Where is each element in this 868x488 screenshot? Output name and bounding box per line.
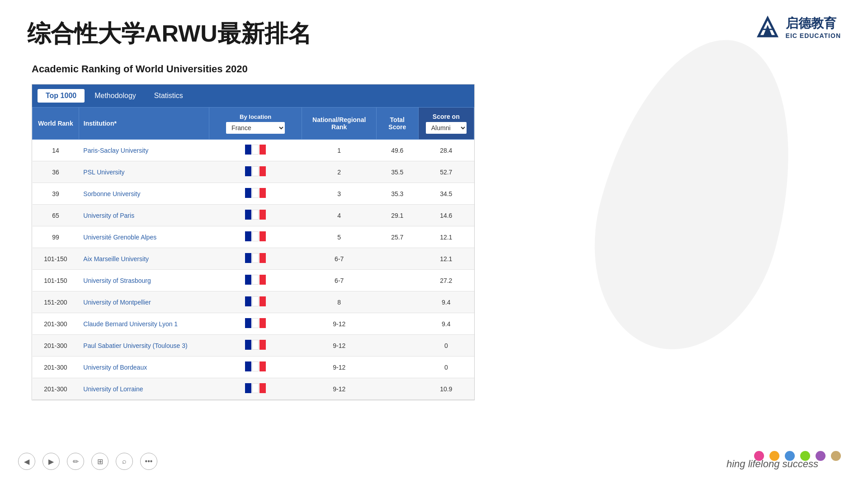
cell-rank: 201-300 — [33, 357, 79, 378]
cell-flag — [209, 291, 302, 313]
nav-back[interactable]: ◀ — [18, 453, 35, 470]
cell-score-alumni: 27.2 — [418, 270, 474, 291]
cell-national-rank: 6-7 — [302, 248, 377, 270]
france-flag — [245, 210, 266, 220]
cell-flag — [209, 357, 302, 378]
cell-flag — [209, 140, 302, 161]
subtitle: Academic Ranking of World Universities 2… — [32, 63, 841, 75]
flag-red — [259, 296, 266, 306]
cell-total-score — [377, 270, 419, 291]
table-row: 99Université Grenoble Alpes 525.712.1 — [33, 226, 474, 248]
cell-institution: Claude Bernard University Lyon 1 — [79, 313, 209, 335]
france-flag — [245, 231, 266, 241]
flag-red — [259, 231, 266, 241]
rankings-table: World Rank Institution* By location Fran… — [32, 107, 474, 400]
table-body: 14Paris-Saclay University 149.628.436PSL… — [33, 140, 474, 400]
flag-blue — [245, 340, 251, 350]
flag-blue — [245, 210, 251, 220]
cell-flag — [209, 183, 302, 205]
tab-statistics[interactable]: Statistics — [146, 89, 191, 103]
flag-blue — [245, 188, 251, 198]
location-select[interactable]: France — [226, 122, 285, 134]
nav-forward[interactable]: ▶ — [42, 453, 60, 470]
table-row: 151-200University of Montpellier 89.4 — [33, 291, 474, 313]
nav-icons: ◀ ▶ ✏ ⊞ ⌕ ••• — [18, 453, 157, 470]
cell-national-rank: 9-12 — [302, 378, 377, 400]
flag-blue — [245, 275, 251, 285]
france-flag — [245, 253, 266, 263]
table-row: 201-300University of Lorraine 9-1210.9 — [33, 378, 474, 400]
cell-score-alumni: 9.4 — [418, 291, 474, 313]
score-on-select[interactable]: Alumni — [426, 122, 467, 134]
cell-flag — [209, 205, 302, 226]
table-container: Top 1000 Methodology Statistics World Ra… — [32, 84, 475, 400]
flag-red — [259, 210, 266, 220]
cell-rank: 36 — [33, 161, 79, 183]
cell-flag — [209, 378, 302, 400]
cell-rank: 99 — [33, 226, 79, 248]
table-row: 65University of Paris 429.114.6 — [33, 205, 474, 226]
nav-more[interactable]: ••• — [140, 453, 157, 470]
cell-institution: University of Montpellier — [79, 291, 209, 313]
cell-rank: 151-200 — [33, 291, 79, 313]
table-row: 201-300Paul Sabatier University (Toulous… — [33, 335, 474, 357]
cell-institution: University of Lorraine — [79, 378, 209, 400]
cell-rank: 65 — [33, 205, 79, 226]
table-row: 101-150University of Strasbourg 6-727.2 — [33, 270, 474, 291]
flag-white — [252, 145, 259, 155]
th-national-rank: National/Regional Rank — [302, 108, 377, 140]
flag-blue — [245, 145, 251, 155]
th-location: By location France — [209, 108, 302, 140]
flag-blue — [245, 231, 251, 241]
logo-area: 启德教育 EIC EDUCATION — [754, 14, 841, 41]
cell-rank: 201-300 — [33, 335, 79, 357]
flag-white — [252, 253, 259, 263]
flag-red — [259, 166, 266, 176]
score-on-label: Score on — [433, 113, 460, 120]
table-row: 39Sorbonne University 335.334.5 — [33, 183, 474, 205]
cell-rank: 201-300 — [33, 313, 79, 335]
cell-score-alumni: 28.4 — [418, 140, 474, 161]
cell-national-rank: 2 — [302, 161, 377, 183]
cell-rank: 14 — [33, 140, 79, 161]
tab-methodology[interactable]: Methodology — [86, 89, 144, 103]
cell-score-alumni: 12.1 — [418, 226, 474, 248]
nav-zoom[interactable]: ⌕ — [116, 453, 133, 470]
france-flag — [245, 275, 266, 285]
flag-blue — [245, 296, 251, 306]
logo-english: EIC EDUCATION — [786, 32, 841, 39]
cell-score-alumni: 12.1 — [418, 248, 474, 270]
flag-blue — [245, 361, 251, 371]
cell-score-alumni: 0 — [418, 357, 474, 378]
cell-flag — [209, 248, 302, 270]
by-location-label: By location — [240, 113, 271, 120]
nav-edit[interactable]: ✏ — [67, 453, 84, 470]
flag-white — [252, 166, 259, 176]
cell-institution: Sorbonne University — [79, 183, 209, 205]
flag-red — [259, 275, 266, 285]
france-flag — [245, 145, 266, 155]
cell-rank: 101-150 — [33, 248, 79, 270]
cell-total-score: 49.6 — [377, 140, 419, 161]
cell-total-score — [377, 378, 419, 400]
cell-total-score: 25.7 — [377, 226, 419, 248]
france-flag — [245, 188, 266, 198]
main-content: 启德教育 EIC EDUCATION 综合性大学ARWU最新排名 Academi… — [0, 0, 868, 488]
flag-white — [252, 318, 259, 328]
logo-text: 启德教育 EIC EDUCATION — [786, 15, 841, 39]
flag-blue — [245, 253, 251, 263]
cell-national-rank: 9-12 — [302, 335, 377, 357]
flag-red — [259, 383, 266, 393]
cell-total-score: 35.3 — [377, 183, 419, 205]
cell-rank: 101-150 — [33, 270, 79, 291]
cell-national-rank: 3 — [302, 183, 377, 205]
tab-top1000[interactable]: Top 1000 — [38, 89, 85, 103]
cell-total-score — [377, 335, 419, 357]
cell-total-score — [377, 357, 419, 378]
cell-score-alumni: 0 — [418, 335, 474, 357]
cell-total-score — [377, 291, 419, 313]
cell-national-rank: 9-12 — [302, 313, 377, 335]
nav-grid[interactable]: ⊞ — [91, 453, 108, 470]
th-score-on: Score on Alumni — [418, 108, 474, 140]
flag-red — [259, 145, 266, 155]
